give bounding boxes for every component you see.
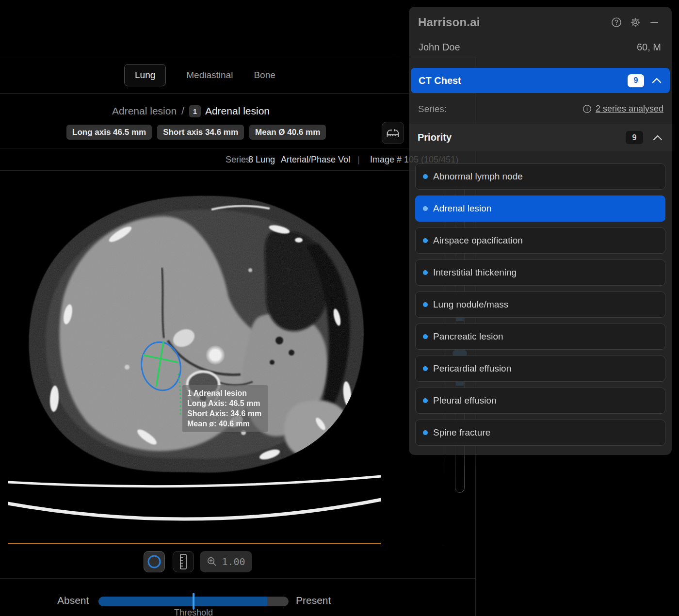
finding-label: Lung nodule/mass — [433, 299, 508, 310]
finding-label: Spine fracture — [433, 427, 490, 438]
viewer-toolbar: 1.00 — [0, 544, 475, 579]
ct-axial-image[interactable]: 1 Adrenal lesion Long Axis: 46.5 mm Shor… — [8, 171, 381, 544]
breadcrumb-separator: / — [181, 105, 184, 117]
finding-index-badge: 1 — [189, 105, 201, 117]
series-analysed-link[interactable]: 2 series analysed — [596, 104, 663, 114]
help-button[interactable] — [611, 17, 622, 28]
finding-dot-icon — [423, 238, 428, 243]
chevron-up-icon[interactable] — [652, 78, 662, 83]
series-bar-divider: | — [357, 155, 360, 165]
assistant-panel: Harrison.ai John Doe 60, M CT Chest 9 Se… — [409, 7, 672, 455]
finding-dot-icon — [423, 270, 428, 275]
series-summary-label: Series: — [418, 104, 447, 114]
ruler-icon — [177, 553, 190, 570]
ellipse-icon — [146, 554, 162, 569]
finding-dot-icon — [423, 206, 428, 211]
threshold-absent-label: Absent — [57, 595, 89, 606]
threshold-caption: Threshold — [174, 608, 213, 616]
finding-label: Airspace opacification — [433, 235, 523, 246]
brand-logo: Harrison.ai — [418, 16, 480, 29]
caliper-ruler-icon — [386, 126, 400, 140]
measurement-chips: Long axis 46.5 mm Short axis 34.6 mm Mea… — [66, 125, 326, 140]
finding-label: Pericardial effusion — [433, 363, 511, 374]
measurement-tools-button[interactable] — [382, 122, 404, 144]
finding-dot-icon — [423, 430, 428, 435]
finding-label: Pancreatic lesion — [433, 331, 503, 342]
tab-mediastinal[interactable]: Mediastinal — [186, 70, 233, 81]
patient-name: John Doe — [419, 42, 460, 53]
tooltip-mean-diameter: Mean ø: 40.6 mm — [187, 419, 263, 429]
priority-title: Priority — [418, 132, 452, 143]
breadcrumb-parent[interactable]: Adrenal lesion — [112, 105, 177, 117]
confidence-fill — [98, 597, 267, 606]
tab-lung[interactable]: Lung — [124, 64, 166, 86]
finding-item-adrenal-lesion[interactable]: Adrenal lesion — [415, 195, 665, 222]
mean-diameter-chip: Mean Ø 40.6 mm — [249, 125, 326, 140]
finding-label: Adrenal lesion — [433, 203, 491, 214]
priority-count-badge: 9 — [626, 131, 643, 144]
finding-item-pericardial-effusion[interactable]: Pericardial effusion — [415, 356, 665, 382]
finding-item-airspace-opacification[interactable]: Airspace opacification — [415, 227, 665, 254]
series-detail: Arterial/Phase Vol — [281, 155, 350, 165]
finding-item-abnormal-lymph-node[interactable]: Abnormal lymph node — [415, 163, 665, 190]
series-label: Series — [226, 155, 250, 165]
study-finding-count-badge: 9 — [628, 74, 644, 87]
study-header[interactable]: CT Chest 9 — [411, 68, 670, 93]
info-icon — [582, 104, 592, 113]
zoom-level-control[interactable]: 1.00 — [200, 551, 252, 572]
ellipse-tool-button[interactable] — [144, 551, 165, 572]
finding-dot-icon — [423, 398, 428, 403]
tooltip-long-axis: Long Axis: 46.5 mm — [187, 398, 263, 408]
threshold-slider-thumb[interactable] — [193, 593, 194, 610]
magnifier-plus-icon — [207, 556, 217, 567]
tab-bone[interactable]: Bone — [254, 70, 275, 81]
series-summary-row: Series: 2 series analysed — [409, 97, 672, 122]
patient-row: John Doe 60, M — [409, 42, 672, 55]
tooltip-short-axis: Short Axis: 34.6 mm — [187, 408, 263, 419]
tooltip-title: 1 Adrenal lesion — [187, 388, 263, 398]
finding-label: Abnormal lymph node — [433, 171, 523, 182]
finding-dot-icon — [423, 174, 428, 179]
finding-label: Interstitial thickening — [433, 267, 517, 278]
long-axis-chip: Long axis 46.5 mm — [66, 125, 152, 140]
finding-item-pancreatic-lesion[interactable]: Pancreatic lesion — [415, 324, 665, 350]
series-info-bar: Series 8 Lung Arterial/Phase Vol | Image… — [0, 148, 475, 171]
view-preset-tabs: Lung Mediastinal Bone — [0, 57, 475, 94]
breadcrumb-current: Adrenal lesion — [205, 105, 270, 117]
threshold-present-label: Present — [296, 595, 331, 606]
finding-item-lung-nodule-mass[interactable]: Lung nodule/mass — [415, 292, 665, 318]
finding-dot-icon — [423, 302, 428, 307]
patient-demographics: 60, M — [637, 42, 661, 53]
finding-dot-icon — [423, 366, 428, 371]
finding-dot-icon — [423, 334, 428, 339]
measurement-tooltip: 1 Adrenal lesion Long Axis: 46.5 mm Shor… — [182, 385, 268, 432]
finding-label: Pleural effusion — [433, 395, 497, 406]
series-value: 8 Lung — [248, 155, 275, 165]
minimize-button[interactable] — [649, 17, 660, 28]
breadcrumb: Adrenal lesion / 1 Adrenal lesion — [112, 103, 270, 119]
finding-item-spine-fracture[interactable]: Spine fracture — [415, 420, 665, 446]
short-axis-chip: Short axis 34.6 mm — [157, 125, 244, 140]
finding-item-pleural-effusion[interactable]: Pleural effusion — [415, 388, 665, 414]
ruler-tool-button[interactable] — [173, 551, 194, 572]
dicom-viewer-window: Lung Mediastinal Bone Adrenal lesion / 1… — [0, 0, 475, 616]
chevron-up-icon[interactable] — [653, 135, 663, 141]
zoom-level-value: 1.00 — [222, 556, 245, 567]
study-title: CT Chest — [419, 75, 461, 86]
finding-item-interstitial-thickening[interactable]: Interstitial thickening — [415, 259, 665, 286]
priority-header[interactable]: Priority 9 — [409, 124, 672, 151]
settings-button[interactable] — [630, 17, 641, 28]
